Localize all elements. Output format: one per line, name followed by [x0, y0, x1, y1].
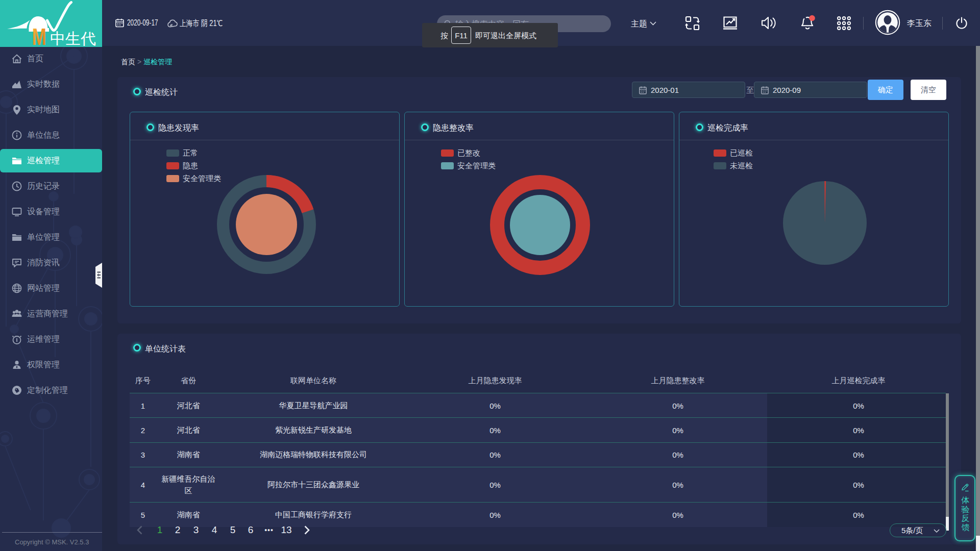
svg-text:M: M [32, 24, 46, 47]
svg-text:中生代: 中生代 [50, 30, 96, 47]
